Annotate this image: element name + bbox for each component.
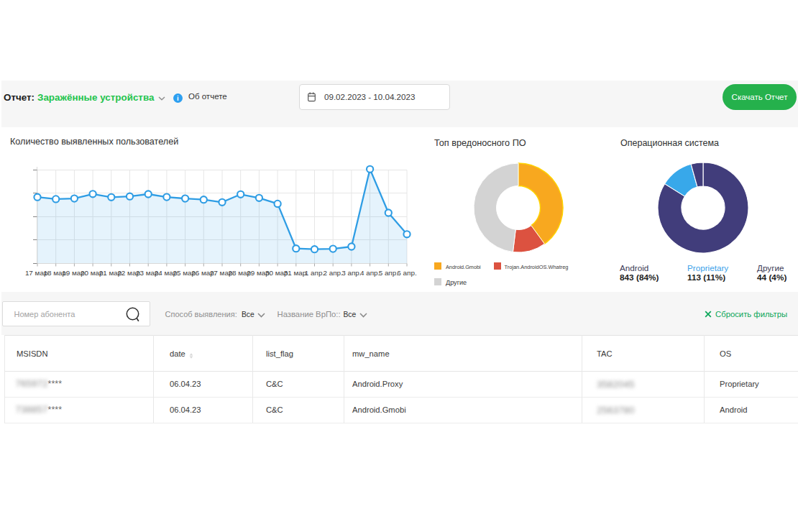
- svg-text:1 апр.: 1 апр.: [305, 269, 324, 277]
- svg-text:6 апр.: 6 апр.: [397, 269, 416, 277]
- svg-text:4 апр.: 4 апр.: [360, 269, 380, 277]
- svg-text:2 апр.: 2 апр.: [324, 269, 343, 277]
- svg-text:3 апр.: 3 апр.: [341, 269, 361, 277]
- svg-text:5 апр.: 5 апр.: [379, 269, 398, 277]
